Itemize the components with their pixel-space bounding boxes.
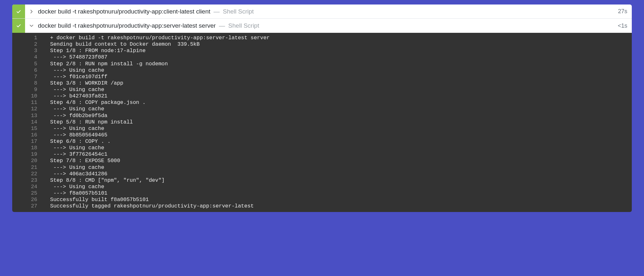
line-number: 15 xyxy=(12,125,50,132)
line-number: 21 xyxy=(12,164,50,171)
line-text: ---> Using cache xyxy=(50,67,632,74)
console-line: 20Step 7/8 : EXPOSE 5000 xyxy=(12,158,632,164)
line-text: Step 5/8 : RUN npm install xyxy=(50,119,632,125)
line-text: ---> 57488723f087 xyxy=(50,54,632,60)
line-text: Step 1/8 : FROM node:17-alpine xyxy=(50,48,632,54)
line-text: Sending build context to Docker daemon 3… xyxy=(50,41,632,48)
console-line: 16 ---> 8b8505649465 xyxy=(12,132,632,138)
line-text: ---> 406ac3d41286 xyxy=(50,171,632,177)
line-number: 25 xyxy=(12,190,50,197)
line-text: ---> Using cache xyxy=(50,106,632,112)
line-text: ---> f01ce107d1ff xyxy=(50,74,632,80)
line-text: Successfully tagged rakeshpotnuru/produc… xyxy=(50,203,632,209)
console-line: 10 ---> b427403fa821 xyxy=(12,93,632,99)
console-line: 2Sending build context to Docker daemon … xyxy=(12,41,632,48)
chevron-right-icon xyxy=(29,9,34,14)
line-text: Successfully built f8a0057b5101 xyxy=(50,197,632,203)
status-success-icon xyxy=(12,5,25,18)
line-number: 11 xyxy=(12,99,50,106)
console-line: 21 ---> Using cache xyxy=(12,164,632,171)
line-text: ---> f8a0057b5101 xyxy=(50,190,632,197)
step-dash: — xyxy=(214,8,220,15)
line-number: 2 xyxy=(12,41,50,48)
line-text: ---> 8b8505649465 xyxy=(50,132,632,138)
line-text: ---> b427403fa821 xyxy=(50,93,632,99)
console-line: 13 ---> fd0b2be9f5da xyxy=(12,113,632,119)
line-number: 1 xyxy=(12,35,50,41)
line-text: + docker build -t rakeshpotnuru/producti… xyxy=(50,35,632,41)
line-number: 12 xyxy=(12,106,50,112)
expand-toggle[interactable] xyxy=(25,5,38,18)
line-text: ---> fd0b2be9f5da xyxy=(50,113,632,119)
line-number: 7 xyxy=(12,74,50,80)
chevron-down-icon xyxy=(29,23,34,28)
line-number: 4 xyxy=(12,54,50,60)
console-line: 14Step 5/8 : RUN npm install xyxy=(12,119,632,125)
console-line: 12 ---> Using cache xyxy=(12,106,632,112)
line-text: ---> Using cache xyxy=(50,184,632,190)
console-line: 25 ---> f8a0057b5101 xyxy=(12,190,632,197)
console-line: 5Step 2/8 : RUN npm install -g nodemon xyxy=(12,61,632,67)
line-text: Step 6/8 : COPY . . xyxy=(50,138,632,145)
line-number: 23 xyxy=(12,177,50,184)
step-command: docker build -t rakeshpotnuru/productivi… xyxy=(38,22,216,29)
build-step-row[interactable]: docker build -t rakeshpotnuru/productivi… xyxy=(12,19,632,33)
check-icon xyxy=(16,9,22,14)
line-number: 26 xyxy=(12,197,50,203)
console-line: 6 ---> Using cache xyxy=(12,67,632,74)
line-text: ---> 3f77626454c1 xyxy=(50,151,632,158)
step-kind: Shell Script xyxy=(228,22,259,29)
line-number: 27 xyxy=(12,203,50,209)
line-number: 16 xyxy=(12,132,50,138)
line-number: 9 xyxy=(12,87,50,93)
line-number: 3 xyxy=(12,48,50,54)
line-text: Step 7/8 : EXPOSE 5000 xyxy=(50,158,632,164)
console-line: 17Step 6/8 : COPY . . xyxy=(12,138,632,145)
step-dash: — xyxy=(219,22,225,29)
console-line: 9 ---> Using cache xyxy=(12,87,632,93)
console-line: 3Step 1/8 : FROM node:17-alpine xyxy=(12,48,632,54)
line-number: 5 xyxy=(12,61,50,67)
line-number: 24 xyxy=(12,184,50,190)
line-text: ---> Using cache xyxy=(50,145,632,151)
line-number: 10 xyxy=(12,93,50,99)
check-icon xyxy=(16,23,22,29)
console-line: 23Step 8/8 : CMD ["npm", "run", "dev"] xyxy=(12,177,632,184)
line-text: ---> Using cache xyxy=(50,164,632,171)
step-command: docker build -t rakeshpotnuru/productivi… xyxy=(38,8,210,15)
line-number: 17 xyxy=(12,138,50,145)
line-text: Step 2/8 : RUN npm install -g nodemon xyxy=(50,61,632,67)
line-number: 13 xyxy=(12,113,50,119)
line-number: 6 xyxy=(12,67,50,74)
console-line: 26Successfully built f8a0057b5101 xyxy=(12,197,632,203)
step-title: docker build -t rakeshpotnuru/productivi… xyxy=(38,19,613,33)
line-text: Step 3/8 : WORKDIR /app xyxy=(50,80,632,87)
line-number: 14 xyxy=(12,119,50,125)
status-success-icon xyxy=(12,19,25,33)
console-line: 11Step 4/8 : COPY package.json . xyxy=(12,99,632,106)
line-number: 20 xyxy=(12,158,50,164)
console-line: 24 ---> Using cache xyxy=(12,184,632,190)
console-line: 7 ---> f01ce107d1ff xyxy=(12,74,632,80)
line-number: 8 xyxy=(12,80,50,87)
console-line: 4 ---> 57488723f087 xyxy=(12,54,632,60)
line-text: ---> Using cache xyxy=(50,125,632,132)
line-text: Step 4/8 : COPY package.json . xyxy=(50,99,632,106)
console-output: 1+ docker build -t rakeshpotnuru/product… xyxy=(12,33,632,212)
build-step-row[interactable]: docker build -t rakeshpotnuru/productivi… xyxy=(12,5,632,19)
step-duration: <1s xyxy=(613,19,632,33)
step-title: docker build -t rakeshpotnuru/productivi… xyxy=(38,5,613,18)
expand-toggle[interactable] xyxy=(25,19,38,33)
console-line: 1+ docker build -t rakeshpotnuru/product… xyxy=(12,35,632,41)
line-text: ---> Using cache xyxy=(50,87,632,93)
step-kind: Shell Script xyxy=(223,8,254,15)
console-line: 19 ---> 3f77626454c1 xyxy=(12,151,632,158)
console-line: 8Step 3/8 : WORKDIR /app xyxy=(12,80,632,87)
line-number: 19 xyxy=(12,151,50,158)
line-text: Step 8/8 : CMD ["npm", "run", "dev"] xyxy=(50,177,632,184)
step-duration: 27s xyxy=(613,5,632,18)
console-line: 22 ---> 406ac3d41286 xyxy=(12,171,632,177)
build-steps-panel: docker build -t rakeshpotnuru/productivi… xyxy=(12,5,632,212)
console-line: 18 ---> Using cache xyxy=(12,145,632,151)
console-line: 27Successfully tagged rakeshpotnuru/prod… xyxy=(12,203,632,209)
